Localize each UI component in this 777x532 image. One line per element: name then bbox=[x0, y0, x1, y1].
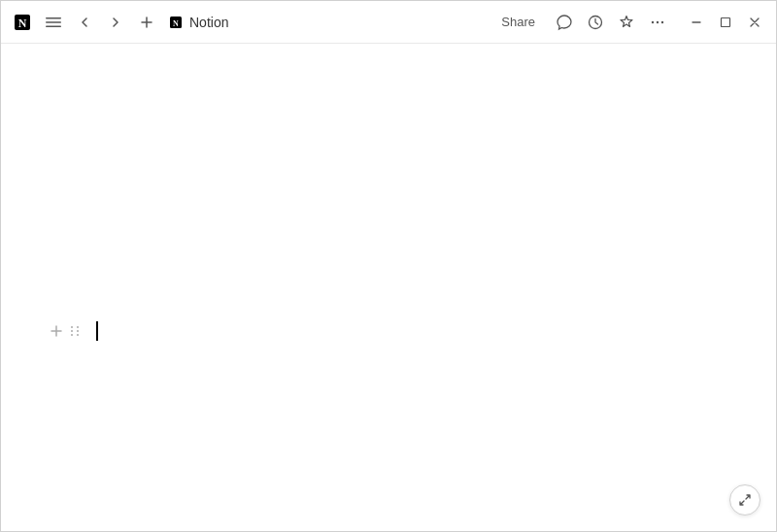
minimize-icon bbox=[691, 17, 702, 28]
comment-icon bbox=[556, 14, 573, 31]
svg-point-10 bbox=[661, 20, 663, 22]
drag-dot bbox=[71, 330, 73, 332]
hamburger-icon bbox=[46, 15, 61, 30]
back-icon bbox=[77, 15, 92, 30]
svg-point-9 bbox=[657, 20, 659, 22]
more-icon bbox=[649, 14, 666, 31]
maximize-button[interactable] bbox=[712, 9, 739, 36]
svg-text:N: N bbox=[173, 19, 179, 28]
svg-rect-4 bbox=[46, 25, 61, 27]
close-icon bbox=[749, 17, 760, 28]
sidebar-toggle-button[interactable] bbox=[40, 9, 67, 36]
drag-dot bbox=[77, 330, 79, 332]
minimize-button[interactable] bbox=[683, 9, 710, 36]
comments-button[interactable] bbox=[551, 9, 578, 36]
quick-action-button[interactable] bbox=[729, 484, 760, 515]
svg-rect-2 bbox=[46, 17, 61, 19]
more-options-button[interactable] bbox=[644, 9, 671, 36]
page-icon: N bbox=[168, 15, 184, 30]
drag-handle[interactable] bbox=[67, 322, 84, 340]
drag-dots bbox=[71, 326, 81, 336]
page-title: Notion bbox=[189, 15, 228, 30]
text-cursor bbox=[96, 321, 98, 341]
close-button[interactable] bbox=[741, 9, 768, 36]
window-controls bbox=[683, 9, 768, 36]
svg-text:N: N bbox=[18, 17, 27, 30]
forward-icon bbox=[108, 15, 123, 30]
drag-dot bbox=[77, 326, 79, 328]
titlebar-right: Share bbox=[490, 9, 768, 36]
drag-dot bbox=[71, 334, 73, 336]
back-button[interactable] bbox=[71, 9, 98, 36]
star-icon bbox=[618, 14, 635, 31]
forward-button[interactable] bbox=[102, 9, 129, 36]
expand-icon bbox=[737, 492, 753, 508]
titlebar: N bbox=[1, 1, 776, 44]
history-button[interactable] bbox=[582, 9, 609, 36]
block-controls bbox=[48, 322, 84, 340]
window: N bbox=[0, 0, 777, 532]
drag-dot bbox=[71, 326, 73, 328]
svg-point-8 bbox=[652, 20, 654, 22]
page-title-area: N Notion bbox=[168, 15, 228, 30]
add-page-button[interactable] bbox=[133, 9, 160, 36]
block-row bbox=[94, 316, 683, 347]
svg-rect-3 bbox=[46, 21, 61, 23]
history-icon bbox=[587, 14, 604, 31]
titlebar-left: N bbox=[9, 9, 490, 36]
drag-dot bbox=[77, 334, 79, 336]
share-button[interactable]: Share bbox=[490, 11, 547, 33]
main-content[interactable] bbox=[1, 44, 776, 531]
svg-rect-11 bbox=[722, 17, 730, 26]
add-block-icon bbox=[49, 323, 64, 339]
add-block-button[interactable] bbox=[48, 322, 65, 340]
content-area bbox=[1, 44, 776, 531]
notion-logo-button[interactable]: N bbox=[9, 9, 36, 36]
plus-icon bbox=[139, 15, 154, 30]
favorite-button[interactable] bbox=[613, 9, 640, 36]
maximize-icon bbox=[720, 17, 731, 28]
notion-logo-icon: N bbox=[13, 13, 32, 32]
editor-area[interactable] bbox=[1, 44, 776, 529]
